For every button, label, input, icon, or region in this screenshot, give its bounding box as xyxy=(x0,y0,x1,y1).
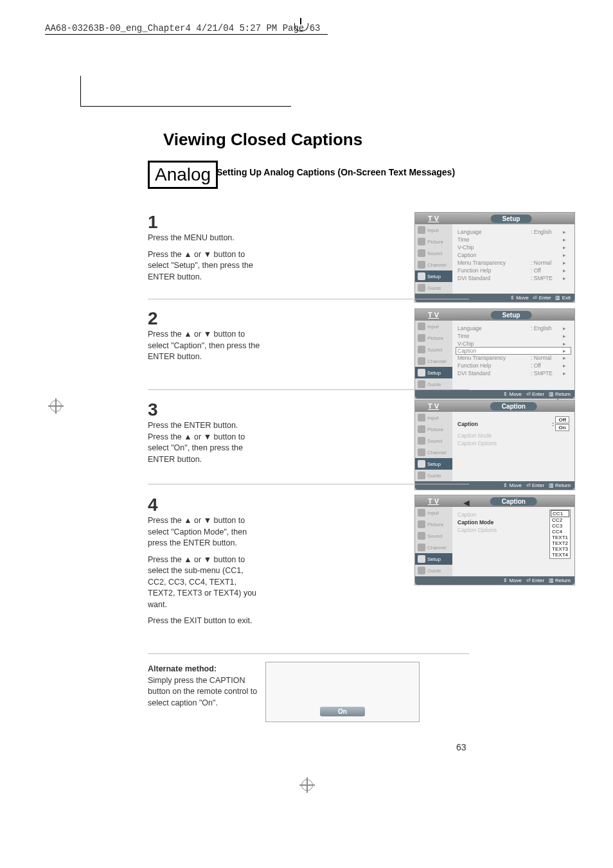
crop-mark-top xyxy=(294,18,307,33)
tv-menu-setup-1: T V Setup Input Picture Sound Channel Se… xyxy=(414,212,575,303)
alternate-method: Alternate method: Simply press the CAPTI… xyxy=(148,664,267,709)
page-number: 63 xyxy=(456,742,466,752)
corner-box xyxy=(80,76,291,107)
arrow-left-icon: ◄ xyxy=(461,497,472,509)
step-4: 4 Press the ▲ or ▼ button to select "Cap… xyxy=(148,495,469,632)
caption-mode-options: CC1 CC2 CC3 CC4 TEXT1 TEXT2 TEXT3 TEXT4 xyxy=(549,509,571,559)
step-text: Press the ▲ or ▼ button to select "Capti… xyxy=(148,515,260,627)
tv-label: T V xyxy=(415,311,439,319)
menu-title: Setup xyxy=(491,311,532,319)
tv-menu-caption-1: T V Caption Input Picture Sound Channel … xyxy=(414,400,575,490)
step-text: Press the MENU button. Press the ▲ or ▼ … xyxy=(148,233,260,283)
page-subtitle: Setting Up Analog Captions (On-Screen Te… xyxy=(217,167,455,177)
step-text: Press the ▲ or ▼ button to select "Capti… xyxy=(148,329,260,363)
divider xyxy=(148,389,469,390)
tv-label: T V xyxy=(415,215,439,222)
crop-mark-bottom xyxy=(299,777,315,793)
tv-menu-caption-2: T V Caption Input Picture Sound Channel … xyxy=(414,495,575,585)
page-title: Viewing Closed Captions xyxy=(163,130,362,150)
tv-content: Language: English▸ Time▸ V-Chip▸ Caption… xyxy=(452,224,574,294)
step-2: 2 Press the ▲ or ▼ button to select "Cap… xyxy=(148,308,469,368)
header-underline xyxy=(45,34,328,35)
menu-title: Setup xyxy=(491,215,532,223)
tv-sidebar: Input Picture Sound Channel Setup Guide xyxy=(415,224,452,294)
file-header: AA68-03263B-00_eng_Chapter4 4/21/04 5:27… xyxy=(45,23,320,33)
tv-menu-setup-2: T V Setup Input Picture Sound Channel Se… xyxy=(414,308,575,399)
tv-footer: ⇕ Move ⏎ Enter ▥ Exit xyxy=(415,294,574,302)
crop-mark-left xyxy=(48,398,64,414)
analog-badge: Analog xyxy=(148,161,218,189)
step-1: 1 Press the MENU button. Press the ▲ or … xyxy=(148,212,469,288)
alternate-display: On xyxy=(265,662,420,722)
on-pill: On xyxy=(320,707,365,716)
divider xyxy=(148,484,469,484)
step-text: Press the ENTER button. Press the ▲ or ▼… xyxy=(148,420,260,465)
divider xyxy=(148,653,469,654)
step-3: 3 Press the ENTER button. Press the ▲ or… xyxy=(148,400,469,470)
divider xyxy=(148,299,469,299)
